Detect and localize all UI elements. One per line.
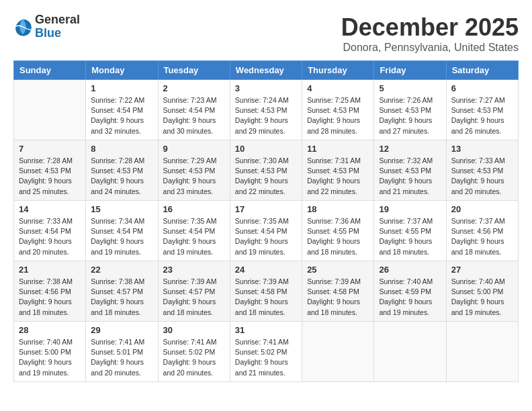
calendar-week-3: 14Sunrise: 7:33 AMSunset: 4:54 PMDayligh… <box>14 201 519 261</box>
day-number: 5 <box>379 83 441 93</box>
day-info: Sunrise: 7:40 AMSunset: 5:00 PMDaylight:… <box>451 277 513 318</box>
day-number: 15 <box>91 204 152 214</box>
calendar-cell <box>302 322 374 382</box>
calendar-cell: 17Sunrise: 7:35 AMSunset: 4:54 PMDayligh… <box>230 201 302 261</box>
calendar-cell: 11Sunrise: 7:31 AMSunset: 4:53 PMDayligh… <box>302 140 374 201</box>
day-info: Sunrise: 7:28 AMSunset: 4:53 PMDaylight:… <box>91 156 152 197</box>
day-number: 28 <box>19 325 81 335</box>
day-number: 30 <box>163 325 225 335</box>
logo-blue-text: Blue <box>35 26 61 40</box>
calendar-cell: 21Sunrise: 7:38 AMSunset: 4:56 PMDayligh… <box>14 261 86 322</box>
calendar-cell <box>14 80 86 140</box>
day-number: 4 <box>307 83 369 93</box>
calendar-cell: 27Sunrise: 7:40 AMSunset: 5:00 PMDayligh… <box>446 261 518 322</box>
header-friday: Friday <box>374 61 446 80</box>
header-thursday: Thursday <box>302 61 374 80</box>
day-number: 31 <box>235 325 297 335</box>
day-info: Sunrise: 7:41 AMSunset: 5:02 PMDaylight:… <box>163 337 225 378</box>
day-info: Sunrise: 7:26 AMSunset: 4:53 PMDaylight:… <box>379 95 441 136</box>
day-number: 12 <box>379 144 441 154</box>
day-info: Sunrise: 7:33 AMSunset: 4:54 PMDaylight:… <box>19 216 81 257</box>
calendar-cell: 26Sunrise: 7:40 AMSunset: 4:59 PMDayligh… <box>374 261 446 322</box>
calendar-cell: 9Sunrise: 7:29 AMSunset: 4:53 PMDaylight… <box>158 140 230 201</box>
day-number: 16 <box>163 204 225 214</box>
day-info: Sunrise: 7:35 AMSunset: 4:54 PMDaylight:… <box>163 216 225 257</box>
calendar-week-2: 7Sunrise: 7:28 AMSunset: 4:53 PMDaylight… <box>14 140 519 201</box>
day-number: 23 <box>163 265 225 275</box>
day-info: Sunrise: 7:37 AMSunset: 4:56 PMDaylight:… <box>451 216 513 257</box>
page-header: General Blue December 2025 Donora, Penns… <box>13 13 519 54</box>
day-info: Sunrise: 7:25 AMSunset: 4:53 PMDaylight:… <box>307 95 369 136</box>
day-info: Sunrise: 7:40 AMSunset: 5:00 PMDaylight:… <box>19 337 81 378</box>
title-block: December 2025 Donora, Pennsylvania, Unit… <box>341 13 519 54</box>
day-number: 19 <box>379 204 441 214</box>
day-number: 25 <box>307 265 369 275</box>
calendar-cell: 29Sunrise: 7:41 AMSunset: 5:01 PMDayligh… <box>86 322 158 382</box>
calendar-header-row: SundayMondayTuesdayWednesdayThursdayFrid… <box>14 61 519 80</box>
header-sunday: Sunday <box>14 61 86 80</box>
day-info: Sunrise: 7:27 AMSunset: 4:53 PMDaylight:… <box>451 95 513 136</box>
calendar-week-4: 21Sunrise: 7:38 AMSunset: 4:56 PMDayligh… <box>14 261 519 322</box>
calendar-cell <box>446 322 518 382</box>
calendar-cell: 7Sunrise: 7:28 AMSunset: 4:53 PMDaylight… <box>14 140 86 201</box>
logo-general-text: General <box>35 13 80 26</box>
month-title: December 2025 <box>341 13 519 42</box>
day-number: 13 <box>451 144 513 154</box>
day-info: Sunrise: 7:36 AMSunset: 4:55 PMDaylight:… <box>307 216 369 257</box>
calendar-cell: 5Sunrise: 7:26 AMSunset: 4:53 PMDaylight… <box>374 80 446 140</box>
day-info: Sunrise: 7:34 AMSunset: 4:54 PMDaylight:… <box>91 216 152 257</box>
calendar-cell <box>374 322 446 382</box>
day-number: 10 <box>235 144 297 154</box>
calendar-cell: 16Sunrise: 7:35 AMSunset: 4:54 PMDayligh… <box>158 201 230 261</box>
header-monday: Monday <box>86 61 158 80</box>
header-wednesday: Wednesday <box>230 61 302 80</box>
logo: General Blue <box>13 13 80 40</box>
calendar-cell: 24Sunrise: 7:39 AMSunset: 4:58 PMDayligh… <box>230 261 302 322</box>
day-number: 3 <box>235 83 297 93</box>
calendar-week-1: 1Sunrise: 7:22 AMSunset: 4:54 PMDaylight… <box>14 80 519 140</box>
day-info: Sunrise: 7:38 AMSunset: 4:56 PMDaylight:… <box>19 277 81 318</box>
day-info: Sunrise: 7:23 AMSunset: 4:54 PMDaylight:… <box>163 95 225 136</box>
logo-text: General Blue <box>35 13 80 40</box>
calendar-cell: 31Sunrise: 7:41 AMSunset: 5:02 PMDayligh… <box>230 322 302 382</box>
calendar-cell: 6Sunrise: 7:27 AMSunset: 4:53 PMDaylight… <box>446 80 518 140</box>
day-info: Sunrise: 7:39 AMSunset: 4:57 PMDaylight:… <box>163 277 225 318</box>
calendar-cell: 4Sunrise: 7:25 AMSunset: 4:53 PMDaylight… <box>302 80 374 140</box>
calendar-cell: 2Sunrise: 7:23 AMSunset: 4:54 PMDaylight… <box>158 80 230 140</box>
calendar-cell: 22Sunrise: 7:38 AMSunset: 4:57 PMDayligh… <box>86 261 158 322</box>
day-number: 1 <box>91 83 152 93</box>
day-info: Sunrise: 7:28 AMSunset: 4:53 PMDaylight:… <box>19 156 81 197</box>
day-info: Sunrise: 7:22 AMSunset: 4:54 PMDaylight:… <box>91 95 152 136</box>
calendar-cell: 15Sunrise: 7:34 AMSunset: 4:54 PMDayligh… <box>86 201 158 261</box>
day-number: 20 <box>451 204 513 214</box>
calendar-cell: 20Sunrise: 7:37 AMSunset: 4:56 PMDayligh… <box>446 201 518 261</box>
header-saturday: Saturday <box>446 61 518 80</box>
calendar-cell: 18Sunrise: 7:36 AMSunset: 4:55 PMDayligh… <box>302 201 374 261</box>
day-info: Sunrise: 7:41 AMSunset: 5:01 PMDaylight:… <box>91 337 152 378</box>
calendar-cell: 1Sunrise: 7:22 AMSunset: 4:54 PMDaylight… <box>86 80 158 140</box>
day-info: Sunrise: 7:33 AMSunset: 4:53 PMDaylight:… <box>451 156 513 197</box>
calendar-cell: 10Sunrise: 7:30 AMSunset: 4:53 PMDayligh… <box>230 140 302 201</box>
day-info: Sunrise: 7:35 AMSunset: 4:54 PMDaylight:… <box>235 216 297 257</box>
calendar-cell: 14Sunrise: 7:33 AMSunset: 4:54 PMDayligh… <box>14 201 86 261</box>
day-info: Sunrise: 7:41 AMSunset: 5:02 PMDaylight:… <box>235 337 297 378</box>
day-number: 7 <box>19 144 81 154</box>
day-number: 22 <box>91 265 152 275</box>
calendar-cell: 3Sunrise: 7:24 AMSunset: 4:53 PMDaylight… <box>230 80 302 140</box>
day-info: Sunrise: 7:30 AMSunset: 4:53 PMDaylight:… <box>235 156 297 197</box>
day-number: 18 <box>307 204 369 214</box>
calendar-cell: 19Sunrise: 7:37 AMSunset: 4:55 PMDayligh… <box>374 201 446 261</box>
calendar-cell: 25Sunrise: 7:39 AMSunset: 4:58 PMDayligh… <box>302 261 374 322</box>
calendar-cell: 23Sunrise: 7:39 AMSunset: 4:57 PMDayligh… <box>158 261 230 322</box>
calendar-cell: 13Sunrise: 7:33 AMSunset: 4:53 PMDayligh… <box>446 140 518 201</box>
day-number: 17 <box>235 204 297 214</box>
day-info: Sunrise: 7:31 AMSunset: 4:53 PMDaylight:… <box>307 156 369 197</box>
day-number: 8 <box>91 144 152 154</box>
day-info: Sunrise: 7:40 AMSunset: 4:59 PMDaylight:… <box>379 277 441 318</box>
day-info: Sunrise: 7:37 AMSunset: 4:55 PMDaylight:… <box>379 216 441 257</box>
day-info: Sunrise: 7:32 AMSunset: 4:53 PMDaylight:… <box>379 156 441 197</box>
calendar-week-5: 28Sunrise: 7:40 AMSunset: 5:00 PMDayligh… <box>14 322 519 382</box>
day-info: Sunrise: 7:38 AMSunset: 4:57 PMDaylight:… <box>91 277 152 318</box>
day-info: Sunrise: 7:24 AMSunset: 4:53 PMDaylight:… <box>235 95 297 136</box>
calendar-table: SundayMondayTuesdayWednesdayThursdayFrid… <box>13 60 519 382</box>
